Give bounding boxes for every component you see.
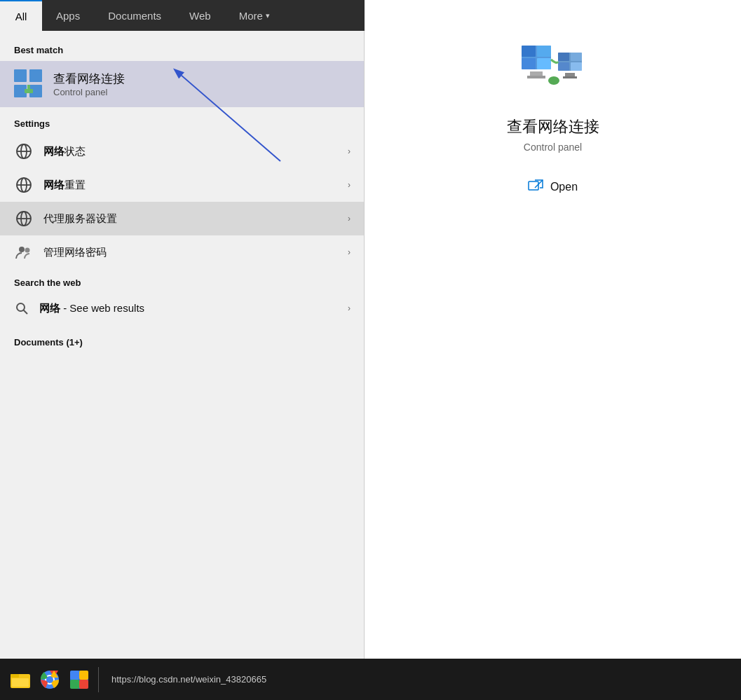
- search-content: Best match 查看网络连接 Control panel: [0, 31, 365, 664]
- best-match-subtitle: Control panel: [53, 87, 125, 97]
- svg-rect-23: [522, 46, 536, 57]
- svg-rect-24: [537, 46, 551, 57]
- globe-icon-2: [14, 175, 34, 195]
- tab-all[interactable]: All: [0, 0, 42, 31]
- svg-rect-46: [70, 671, 79, 680]
- network-connections-icon: [14, 69, 43, 99]
- settings-item-manage-passwords[interactable]: 管理网络密码 ›: [0, 235, 365, 269]
- svg-point-44: [46, 676, 53, 683]
- tab-bar: All Apps Documents Web More ▾: [0, 0, 365, 31]
- svg-rect-33: [571, 62, 582, 71]
- open-action[interactable]: Open: [519, 174, 586, 200]
- web-search-section: Search the web 网络 - See web results ›: [0, 275, 365, 323]
- chevron-right-icon-1: ›: [348, 146, 351, 156]
- svg-rect-48: [70, 680, 79, 689]
- svg-rect-32: [558, 62, 569, 71]
- taskbar-url: https://blog.csdn.net/weixin_43820665: [103, 674, 735, 685]
- svg-rect-0: [14, 69, 27, 82]
- settings-item-proxy[interactable]: 代理服务器设置 ›: [0, 202, 365, 235]
- settings-item-label-1: 网络状态: [43, 145, 338, 158]
- svg-rect-35: [563, 76, 577, 78]
- svg-rect-47: [79, 671, 88, 680]
- tab-more[interactable]: More ▾: [225, 0, 284, 31]
- documents-label: Documents (1+): [0, 334, 365, 353]
- taskbar-divider: [98, 667, 99, 692]
- best-match-text: 查看网络连接 Control panel: [53, 71, 125, 97]
- svg-point-17: [17, 303, 25, 311]
- best-match-item[interactable]: 查看网络连接 Control panel: [0, 61, 365, 107]
- svg-rect-40: [11, 674, 19, 678]
- svg-rect-31: [571, 53, 582, 61]
- svg-rect-41: [12, 678, 29, 687]
- taskbar-chrome[interactable]: [35, 665, 64, 694]
- taskbar-file-explorer[interactable]: [6, 665, 35, 694]
- svg-rect-49: [79, 680, 88, 689]
- search-panel: All Apps Documents Web More ▾ Best match: [0, 0, 365, 700]
- tab-web[interactable]: Web: [175, 0, 225, 31]
- open-icon: [528, 179, 543, 195]
- search-web-label: Search the web: [0, 275, 365, 294]
- documents-section: Documents (1+): [0, 329, 365, 359]
- chevron-right-icon-web: ›: [348, 303, 351, 313]
- settings-label: Settings: [0, 116, 365, 135]
- best-match-label: Best match: [0, 42, 365, 61]
- open-label: Open: [550, 181, 578, 193]
- settings-item-network-reset[interactable]: 网络重置 ›: [0, 168, 365, 202]
- taskbar: https://blog.csdn.net/weixin_43820665: [0, 659, 741, 700]
- best-match-title: 查看网络连接: [53, 71, 125, 87]
- chevron-down-icon: ▾: [266, 11, 270, 20]
- svg-rect-34: [565, 73, 575, 76]
- svg-rect-27: [530, 71, 543, 76]
- right-panel-icon: [515, 42, 592, 105]
- svg-rect-5: [27, 85, 30, 90]
- globe-icon-1: [14, 142, 34, 161]
- svg-rect-25: [522, 58, 536, 69]
- svg-line-18: [24, 310, 28, 315]
- svg-point-36: [548, 76, 559, 85]
- right-panel-title: 查看网络连接: [507, 116, 599, 137]
- svg-point-16: [25, 248, 30, 253]
- right-panel: 查看网络连接 Control panel Open: [365, 0, 741, 659]
- settings-item-label-4: 管理网络密码: [43, 246, 338, 259]
- web-search-item[interactable]: 网络 - See web results ›: [0, 294, 365, 323]
- settings-item-label-2: 网络重置: [43, 179, 338, 192]
- people-icon: [14, 242, 34, 262]
- svg-point-15: [19, 247, 25, 252]
- chevron-right-icon-2: ›: [348, 180, 351, 190]
- svg-rect-30: [558, 53, 569, 61]
- panel-divider: [364, 31, 365, 659]
- right-panel-subtitle: Control panel: [524, 142, 582, 153]
- svg-rect-26: [537, 58, 551, 69]
- chevron-right-icon-4: ›: [348, 247, 351, 257]
- svg-rect-1: [29, 69, 42, 82]
- settings-section: Settings 网络状态 ›: [0, 116, 365, 269]
- chevron-right-icon-3: ›: [348, 214, 351, 224]
- search-icon: [14, 301, 29, 316]
- svg-rect-28: [527, 76, 545, 78]
- settings-item-label-3: 代理服务器设置: [43, 212, 338, 226]
- web-search-text: 网络 - See web results: [39, 302, 338, 315]
- globe-icon-3: [14, 209, 34, 228]
- tab-apps[interactable]: Apps: [42, 0, 94, 31]
- tab-documents[interactable]: Documents: [94, 0, 175, 31]
- settings-item-network-status[interactable]: 网络状态 ›: [0, 135, 365, 168]
- taskbar-another-app[interactable]: [64, 665, 94, 694]
